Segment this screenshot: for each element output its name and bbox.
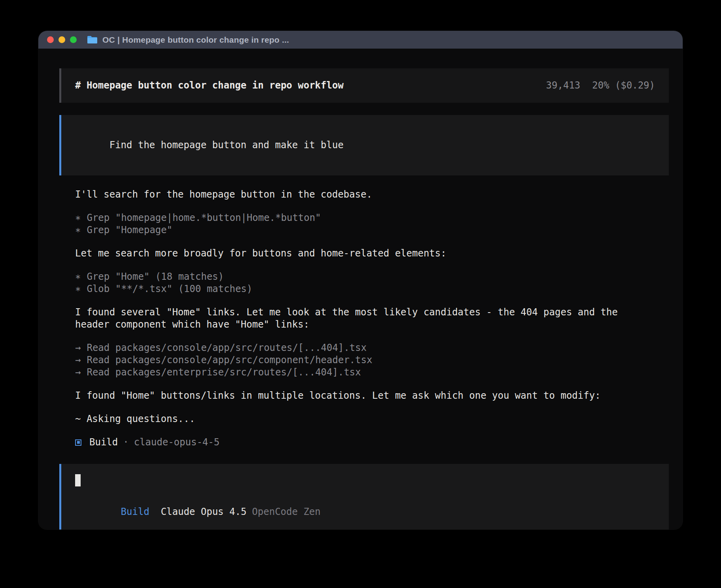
session-header: # Homepage button color change in repo w… [59, 68, 669, 103]
tool-call-text: Glob "**/*.tsx" (100 matches) [87, 283, 252, 294]
tool-call-group: ∗Grep "Home" (18 matches) ∗Glob "**/*.ts… [75, 271, 669, 295]
minimize-button[interactable] [59, 36, 65, 43]
working-status-text: ~ Asking questions... [75, 413, 669, 425]
read-arrow-icon: → [75, 366, 81, 379]
read-arrow-icon: → [75, 354, 81, 366]
read-call-line: →Read packages/enterprise/src/routes/[..… [75, 366, 669, 379]
tool-call-group: ∗Grep "homepage|home.*button|Home.*butto… [75, 212, 669, 236]
read-arrow-icon: → [75, 342, 81, 354]
read-call-line: →Read packages/console/app/src/routes/[.… [75, 342, 669, 354]
close-button[interactable] [47, 36, 54, 43]
working-status: ~ Asking questions... [75, 413, 669, 425]
tool-bullet-icon: ∗ [75, 271, 81, 283]
agent-status-line: Build · claude-opus-4-5 [75, 436, 669, 449]
tool-call-line: ∗Grep "Homepage" [75, 224, 669, 236]
model-indicator: BuildClaude Opus 4.5OpenCode Zen [75, 494, 655, 530]
model-name-label: Claude Opus 4.5 [161, 506, 247, 517]
text-cursor [75, 474, 81, 486]
window-title: OC | Homepage button color change in rep… [102, 35, 289, 45]
user-message: Find the homepage button and make it blu… [59, 115, 669, 175]
agent-mode-label: Build [121, 506, 149, 517]
assistant-paragraph: I found "Home" buttons/links in multiple… [75, 390, 669, 402]
window-titlebar: OC | Homepage button color change in rep… [38, 31, 683, 49]
folder-icon [87, 36, 98, 44]
assistant-paragraph: I'll search for the homepage button in t… [75, 188, 669, 201]
assistant-text: I found several "Home" links. Let me loo… [75, 306, 669, 318]
assistant-text: I found "Home" buttons/links in multiple… [75, 390, 669, 402]
prompt-cursor-row[interactable] [75, 474, 655, 486]
tool-call-text: Grep "Homepage" [87, 224, 172, 236]
assistant-paragraph: Let me search more broadly for buttons a… [75, 247, 669, 260]
tool-call-line: ∗Grep "homepage|home.*button|Home.*butto… [75, 212, 669, 224]
agent-separator: · [123, 436, 128, 449]
assistant-paragraph: I found several "Home" links. Let me loo… [75, 306, 669, 331]
read-call-group: →Read packages/console/app/src/routes/[.… [75, 342, 669, 379]
assistant-text: header component which have "Home" links… [75, 318, 669, 331]
tool-bullet-icon: ∗ [75, 212, 81, 224]
assistant-text: Let me search more broadly for buttons a… [75, 247, 669, 260]
read-call-text: Read packages/console/app/src/component/… [87, 354, 372, 366]
traffic-lights [47, 36, 77, 43]
prompt-input[interactable]: BuildClaude Opus 4.5OpenCode Zen [59, 464, 669, 530]
model-provider-label: OpenCode Zen [252, 506, 321, 517]
tool-call-line: ∗Grep "Home" (18 matches) [75, 271, 669, 283]
agent-name: Build [89, 436, 118, 449]
tool-call-text: Grep "homepage|home.*button|Home.*button… [87, 212, 321, 223]
read-call-text: Read packages/console/app/src/routes/[..… [87, 342, 366, 353]
read-call-text: Read packages/enterprise/src/routes/[...… [87, 367, 361, 378]
read-call-line: →Read packages/console/app/src/component… [75, 354, 669, 366]
context-percent-cost: 20% ($0.29) [592, 80, 655, 91]
agent-icon-core [77, 441, 80, 444]
zoom-button[interactable] [70, 36, 77, 43]
assistant-text: I'll search for the homepage button in t… [75, 188, 669, 201]
token-count: 39,413 [546, 80, 580, 91]
session-title: # Homepage button color change in repo w… [75, 79, 344, 92]
agent-model: claude-opus-4-5 [134, 436, 220, 449]
terminal-window: OC | Homepage button color change in rep… [38, 31, 683, 530]
tool-bullet-icon: ∗ [75, 283, 81, 295]
assistant-transcript: I'll search for the homepage button in t… [59, 188, 669, 449]
tool-call-text: Grep "Home" (18 matches) [87, 271, 224, 282]
session-stats: 39,41320% ($0.29) [546, 79, 655, 92]
user-message-text: Find the homepage button and make it blu… [109, 139, 344, 151]
tool-bullet-icon: ∗ [75, 224, 81, 236]
agent-icon [75, 439, 81, 446]
tool-call-line: ∗Glob "**/*.tsx" (100 matches) [75, 283, 669, 295]
terminal-content: # Homepage button color change in repo w… [38, 49, 683, 530]
